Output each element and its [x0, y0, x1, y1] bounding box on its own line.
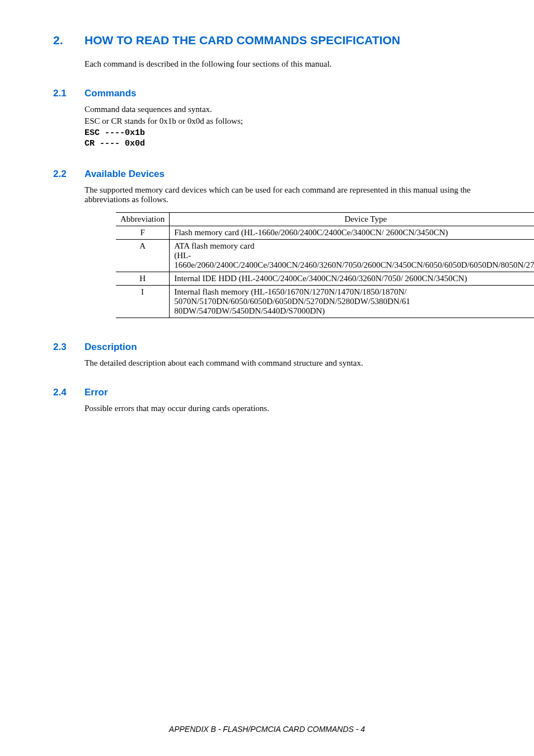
subheading-title: Available Devices — [85, 169, 165, 179]
cell-abbr: F — [116, 226, 170, 239]
table-row: I Internal flash memory (HL-1650/1670N/1… — [116, 285, 534, 318]
table-row: F Flash memory card (HL-1660e/2060/2400C… — [116, 226, 534, 239]
cell-abbr: H — [116, 272, 170, 285]
th-abbreviation: Abbreviation — [116, 212, 170, 226]
section-intro: Each command is described in the followi… — [85, 59, 481, 69]
section-heading: 2.HOW TO READ THE CARD COMMANDS SPECIFIC… — [53, 34, 481, 47]
subheading-title: Description — [85, 342, 137, 352]
table-header-row: Abbreviation Device Type — [116, 212, 534, 226]
page-footer: APPENDIX B - FLASH/PCMCIA CARD COMMANDS … — [0, 725, 534, 734]
section-title: HOW TO READ THE CARD COMMANDS SPECIFICAT… — [85, 34, 400, 46]
cell-type: Flash memory card (HL-1660e/2060/2400C/2… — [170, 226, 534, 239]
subheading-description: 2.3Description — [53, 342, 481, 353]
subheading-number: 2.3 — [53, 342, 85, 353]
th-device-type: Device Type — [170, 212, 534, 226]
subheading-commands: 2.1Commands — [53, 88, 481, 99]
description-p1: The detailed description about each comm… — [85, 358, 481, 368]
devices-table: Abbreviation Device Type F Flash memory … — [116, 212, 534, 318]
cell-type: ATA flash memory card (HL-1660e/2060/240… — [170, 239, 534, 272]
cell-abbr: A — [116, 239, 170, 272]
table-row: H Internal IDE HDD (HL-2400C/2400Ce/3400… — [116, 272, 534, 285]
table-row: A ATA flash memory card (HL-1660e/2060/2… — [116, 239, 534, 272]
subheading-title: Commands — [85, 88, 137, 99]
cell-abbr: I — [116, 285, 170, 318]
subheading-devices: 2.2Available Devices — [53, 169, 481, 180]
subheading-error: 2.4Error — [53, 387, 481, 398]
cell-type: Internal IDE HDD (HL-2400C/2400Ce/3400CN… — [170, 272, 534, 285]
commands-code: ESC ----0x1b CR ---- 0x0d — [85, 128, 481, 150]
commands-p2: ESC or CR stands for 0x1b or 0x0d as fol… — [85, 116, 481, 126]
subheading-number: 2.4 — [53, 387, 85, 398]
subheading-number: 2.1 — [53, 88, 85, 99]
section-number: 2. — [53, 34, 85, 47]
error-p1: Possible errors that may occur during ca… — [85, 404, 481, 413]
cell-type: Internal flash memory (HL-1650/1670N/127… — [170, 285, 534, 318]
devices-p1: The supported memory card devices which … — [85, 185, 481, 204]
commands-p1: Command data sequences and syntax. — [85, 105, 481, 114]
subheading-title: Error — [85, 387, 108, 398]
subheading-number: 2.2 — [53, 169, 85, 180]
